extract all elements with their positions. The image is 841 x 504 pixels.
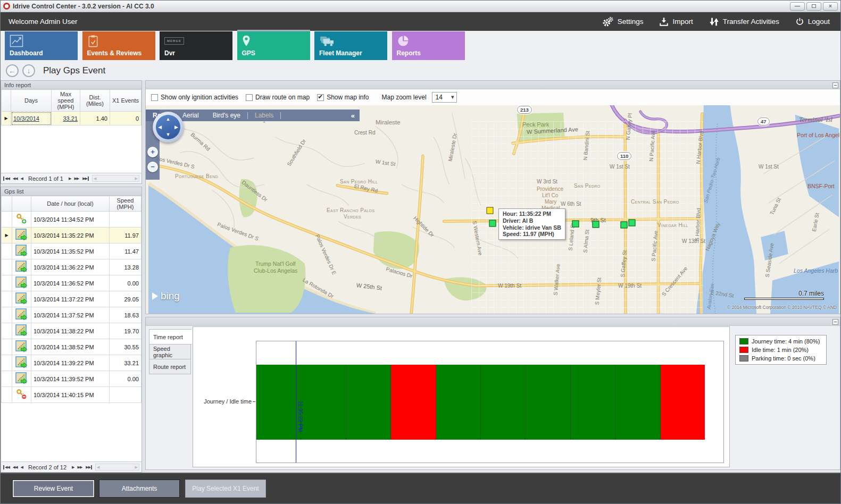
- speed-cell[interactable]: 29.05: [110, 291, 141, 307]
- time-cell[interactable]: 10/3/2014 11:38:22 PM: [31, 323, 110, 339]
- speed-cell[interactable]: 11.47: [110, 243, 141, 259]
- speed-cell[interactable]: 33.21: [110, 355, 141, 371]
- next-record-button[interactable]: ▶: [72, 465, 74, 469]
- time-cell[interactable]: 10/3/2014 11:40:15 PM: [31, 387, 110, 403]
- tab-dashboard[interactable]: Dashboard: [5, 31, 78, 60]
- time-cell[interactable]: 10/3/2014 11:38:52 PM: [31, 339, 110, 355]
- table-row[interactable]: 10/3/2014 11:37:52 PM18.63: [2, 307, 141, 323]
- time-cell[interactable]: 10/3/2014 11:36:52 PM: [31, 275, 110, 291]
- bing-map[interactable]: MiralesteCrest RdBurma RdSouthfield DrMi…: [146, 105, 840, 314]
- minimize-button[interactable]: —: [790, 2, 805, 11]
- table-row[interactable]: ▶ 10/3/2014 33.21 1.40 0: [2, 112, 141, 125]
- fast-next-button[interactable]: ▶▶: [74, 177, 79, 181]
- checkbox-show-map-info[interactable]: Show map info: [317, 94, 369, 101]
- gps-marker[interactable]: [489, 220, 496, 227]
- table-row[interactable]: 10/3/2014 11:38:52 PM30.55: [2, 339, 141, 355]
- time-cell[interactable]: 10/3/2014 11:36:22 PM: [31, 259, 110, 275]
- checkbox-box[interactable]: [151, 94, 158, 101]
- x1-events-cell[interactable]: 0: [110, 112, 141, 125]
- prev-record-button[interactable]: ◀: [21, 465, 23, 469]
- speed-cell[interactable]: 19.70: [110, 323, 141, 339]
- checkbox-show-only-ignition-activities[interactable]: Show only ignition activities: [151, 94, 238, 101]
- down-button[interactable]: ↓: [22, 64, 35, 77]
- map-zoom-select[interactable]: 14: [432, 92, 457, 103]
- back-button[interactable]: ←: [6, 64, 19, 77]
- map-pan-compass[interactable]: ▲▼ ◀▶: [153, 112, 184, 142]
- checkbox-box[interactable]: [317, 94, 324, 101]
- map-bar-collapse-button[interactable]: «: [351, 112, 360, 120]
- last-record-button[interactable]: ▶▶: [85, 465, 92, 469]
- tab-reports[interactable]: Reports: [392, 31, 465, 60]
- time-cell[interactable]: 10/3/2014 11:39:52 PM: [31, 371, 110, 387]
- chart-tab-time-report[interactable]: Time report: [149, 329, 192, 345]
- table-row[interactable]: 10/3/2014 11:39:22 PM33.21: [2, 355, 141, 371]
- panel-collapse-icon[interactable]: [832, 82, 838, 88]
- nav-action-import[interactable]: Import: [659, 17, 693, 27]
- speed-cell[interactable]: 30.55: [110, 339, 141, 355]
- fast-prev-button[interactable]: ◀◀: [13, 177, 18, 181]
- first-record-button[interactable]: ◀◀: [3, 465, 10, 469]
- tab-events-reviews[interactable]: Events & Reviews: [82, 31, 155, 60]
- selected-gps-marker[interactable]: [487, 207, 494, 214]
- tab-gps[interactable]: GPS: [237, 31, 310, 60]
- map-zoom-out-button[interactable]: −: [147, 162, 158, 172]
- speed-cell[interactable]: 0.00: [110, 275, 141, 291]
- column-header[interactable]: X1 Events: [110, 90, 141, 112]
- table-row[interactable]: 10/3/2014 11:37:22 PM29.05: [2, 291, 141, 307]
- speed-cell[interactable]: [110, 387, 141, 403]
- gps-marker[interactable]: [621, 222, 628, 229]
- table-row[interactable]: 10/3/2014 11:39:52 PM0.00: [2, 371, 141, 387]
- time-cell[interactable]: 10/3/2014 11:35:52 PM: [31, 243, 110, 259]
- maximize-button[interactable]: [806, 2, 821, 11]
- time-cell[interactable]: 10/3/2014 11:37:22 PM: [31, 291, 110, 307]
- table-row[interactable]: 10/3/2014 11:34:52 PM: [2, 212, 141, 228]
- gps-marker[interactable]: [629, 220, 636, 226]
- first-record-button[interactable]: ◀◀: [3, 177, 10, 181]
- fast-next-button[interactable]: ▶▶: [78, 465, 82, 469]
- nav-action-settings[interactable]: Settings: [602, 16, 644, 27]
- table-row[interactable]: 10/3/2014 11:40:15 PM: [2, 387, 141, 403]
- map-type-bird-s-eye[interactable]: Bird's eye: [206, 112, 247, 119]
- next-record-button[interactable]: ▶: [69, 177, 71, 181]
- time-cell[interactable]: 10/3/2014 11:34:52 PM: [31, 212, 110, 228]
- speed-cell[interactable]: 0.00: [110, 371, 141, 387]
- fast-prev-button[interactable]: ◀◀: [13, 465, 18, 469]
- table-row[interactable]: 10/3/2014 11:36:22 PM13.28: [2, 259, 141, 275]
- time-cell[interactable]: 10/3/2014 11:39:22 PM: [31, 355, 110, 371]
- map-zoom-in-button[interactable]: +: [147, 147, 158, 157]
- gps-marker[interactable]: [572, 221, 579, 228]
- checkbox-box[interactable]: [246, 94, 253, 101]
- speed-cell[interactable]: [110, 212, 141, 228]
- prev-record-button[interactable]: ◀: [21, 177, 23, 181]
- chart-tab-route-report[interactable]: Route report: [149, 359, 191, 374]
- record-scrollbar[interactable]: ◀▶: [92, 175, 139, 182]
- speed-cell[interactable]: 11.97: [110, 228, 141, 243]
- speed-cell[interactable]: 18.63: [110, 307, 141, 323]
- nav-action-transfer-activities[interactable]: Transfer Activities: [709, 17, 779, 27]
- record-scrollbar[interactable]: ◀▶: [95, 464, 139, 471]
- close-button[interactable]: ×: [823, 2, 838, 11]
- column-header[interactable]: Speed (MPH): [110, 196, 141, 212]
- time-cell[interactable]: 10/3/2014 11:37:52 PM: [31, 307, 110, 323]
- last-record-button[interactable]: ▶▶: [82, 177, 89, 181]
- column-header[interactable]: Days: [11, 90, 52, 112]
- nav-action-logout[interactable]: Logout: [795, 17, 830, 26]
- dist-cell[interactable]: 1.40: [80, 112, 110, 125]
- gps-marker[interactable]: [593, 221, 599, 228]
- tab-dvr[interactable]: MERGEDvr: [160, 31, 232, 60]
- column-header[interactable]: Date / hour (local): [31, 196, 110, 212]
- table-row[interactable]: 10/3/2014 11:36:52 PM0.00: [2, 275, 141, 291]
- column-header[interactable]: Max speed (MPH): [52, 90, 80, 112]
- time-cell[interactable]: 10/3/2014 11:35:22 PM: [31, 228, 110, 243]
- speed-cell[interactable]: 13.28: [110, 259, 141, 275]
- checkbox-draw-route-on-map[interactable]: Draw route on map: [246, 94, 310, 101]
- tab-fleet-manager[interactable]: Fleet Manager: [314, 31, 387, 60]
- table-row[interactable]: 10/3/2014 11:35:52 PM11.47: [2, 243, 141, 259]
- table-row[interactable]: ▶10/3/2014 11:35:22 PM11.97: [2, 228, 141, 243]
- table-row[interactable]: 10/3/2014 11:38:22 PM19.70: [2, 323, 141, 339]
- column-header[interactable]: Dist. (Miles): [80, 90, 110, 112]
- footer-button-review-event[interactable]: Review Event: [12, 480, 95, 498]
- chart-tab-speed-graphic[interactable]: Speed graphic: [149, 344, 191, 359]
- max-speed-cell[interactable]: 33.21: [52, 112, 80, 125]
- footer-button-attachments[interactable]: Attachments: [99, 480, 180, 498]
